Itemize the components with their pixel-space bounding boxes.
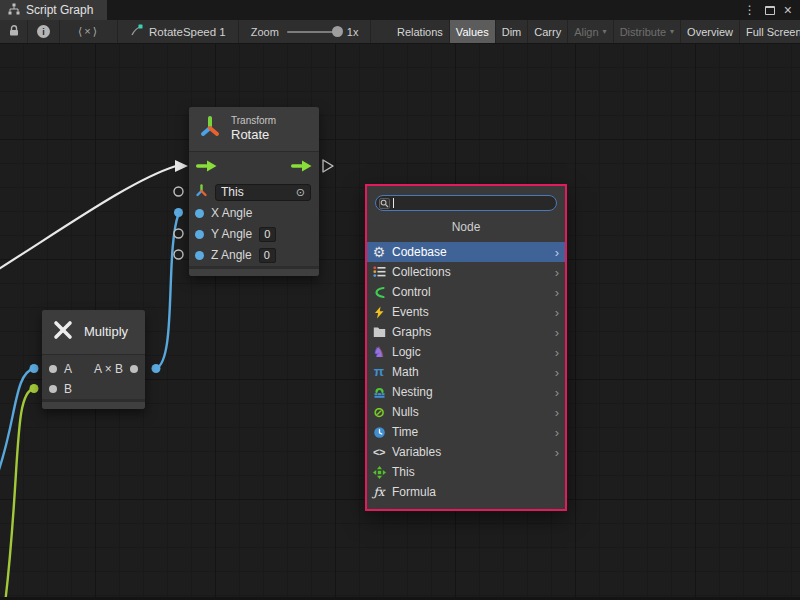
multiply-b-label: B xyxy=(64,382,72,396)
finder-item-logic[interactable]: ♞ Logic › xyxy=(367,342,565,362)
finder-item-this[interactable]: This xyxy=(367,462,565,482)
text-caret xyxy=(393,198,394,208)
item-label: Collections xyxy=(392,265,451,279)
overview-button[interactable]: Overview xyxy=(681,20,740,43)
z-angle-row: Z Angle 0 xyxy=(189,245,319,266)
finder-item-math[interactable]: π Math › xyxy=(367,362,565,382)
inspect-code-button[interactable]: ⟨×⟩ xyxy=(60,20,118,43)
zoom-slider-thumb[interactable] xyxy=(332,26,343,37)
node-footer xyxy=(42,399,145,409)
zoom-control: Zoom 1x xyxy=(239,20,372,43)
finder-item-formula[interactable]: ƒx Formula xyxy=(367,482,565,502)
formula-fx-icon: ƒx xyxy=(371,485,387,500)
kebab-menu-icon[interactable]: ⋮ xyxy=(744,4,756,16)
distribute-label: Distribute xyxy=(620,26,666,38)
dim-button[interactable]: Dim xyxy=(496,20,529,43)
chevron-down-icon: ▾ xyxy=(603,27,607,36)
chevron-right-icon: › xyxy=(555,366,559,379)
transform-rotate-header[interactable]: Transform Rotate xyxy=(189,107,319,152)
node-footer xyxy=(189,266,319,276)
clock-icon xyxy=(371,425,387,440)
multiply-header[interactable]: Multiply xyxy=(42,310,145,355)
chevron-right-icon: › xyxy=(555,406,559,419)
z-angle-input[interactable]: 0 xyxy=(259,248,276,263)
item-label: Nesting xyxy=(392,385,433,399)
relations-button[interactable]: Relations xyxy=(391,20,450,43)
transform-rotate-node[interactable]: Transform Rotate xyxy=(189,107,319,276)
finder-item-codebase[interactable]: ⚙ Codebase › xyxy=(367,242,565,262)
carry-button[interactable]: Carry xyxy=(528,20,568,43)
finder-item-control[interactable]: Control › xyxy=(367,282,565,302)
search-icon xyxy=(379,198,390,209)
flow-output-arrow-icon[interactable] xyxy=(291,158,312,176)
unity-script-graph-window: Script Graph ⋮ × i ⟨×⟩ xyxy=(0,0,800,600)
item-label: This xyxy=(392,465,415,479)
flow-port-row xyxy=(189,152,319,182)
search-box[interactable] xyxy=(375,195,557,211)
y-angle-input[interactable]: 0 xyxy=(259,227,276,242)
object-picker-icon[interactable]: ⊙ xyxy=(296,187,305,198)
list-icon xyxy=(371,265,387,280)
close-icon[interactable]: × xyxy=(784,3,792,17)
mini-transform-icon xyxy=(195,184,208,200)
finder-item-nulls[interactable]: ⊘ Nulls › xyxy=(367,402,565,422)
toolbar-right-group: Relations Values Dim Carry Align ▾ Distr… xyxy=(391,20,800,43)
chevron-right-icon: › xyxy=(555,386,559,399)
z-angle-port[interactable] xyxy=(195,251,204,260)
y-angle-port[interactable] xyxy=(195,230,204,239)
lock-icon xyxy=(8,23,20,41)
pi-icon: π xyxy=(371,365,387,380)
multiply-output-port[interactable] xyxy=(130,365,138,373)
finder-item-collections[interactable]: Collections › xyxy=(367,262,565,282)
search-input[interactable] xyxy=(397,196,553,210)
finder-item-events[interactable]: Events › xyxy=(367,302,565,322)
fullscreen-button[interactable]: Full Screen xyxy=(740,20,800,43)
chess-knight-icon: ♞ xyxy=(371,345,387,360)
graph-name: RotateSpeed 1 xyxy=(149,26,226,38)
zoom-slider-track[interactable] xyxy=(287,31,339,33)
align-label: Align xyxy=(574,26,598,38)
transform-axes-icon xyxy=(199,115,221,143)
item-label: Graphs xyxy=(392,325,431,339)
control-flow-icon xyxy=(371,285,387,300)
angle-brackets-icon: <> xyxy=(371,445,387,460)
x-angle-row: X Angle xyxy=(189,203,319,224)
finder-item-time[interactable]: Time › xyxy=(367,422,565,442)
flow-input-arrow-icon[interactable] xyxy=(196,158,217,176)
x-angle-port[interactable] xyxy=(195,209,204,218)
multiply-a-port[interactable] xyxy=(49,365,57,373)
chevron-right-icon: › xyxy=(555,446,559,459)
node-title: Multiply xyxy=(84,324,128,341)
maximize-icon[interactable] xyxy=(765,6,775,15)
finder-item-graphs[interactable]: Graphs › xyxy=(367,322,565,342)
values-button[interactable]: Values xyxy=(450,20,496,43)
multiply-icon xyxy=(52,319,74,345)
tab-script-graph[interactable]: Script Graph xyxy=(0,0,107,20)
finder-item-variables[interactable]: <> Variables › xyxy=(367,442,565,462)
distribute-dropdown: Distribute ▾ xyxy=(614,20,681,43)
multiply-a-row: A A × B xyxy=(42,359,145,379)
graph-selector-button[interactable]: RotateSpeed 1 xyxy=(118,20,239,43)
info-button[interactable]: i xyxy=(28,20,60,43)
y-angle-row: Y Angle 0 xyxy=(189,224,319,245)
zoom-value: 1x xyxy=(347,26,359,38)
lock-button[interactable] xyxy=(0,20,28,43)
info-icon: i xyxy=(37,25,50,38)
item-label: Codebase xyxy=(392,245,447,259)
toolbar-left-group: i ⟨×⟩ RotateSpeed 1 Zoom 1x xyxy=(0,20,371,43)
node-category: Transform xyxy=(231,114,276,127)
graph-toolbar: i ⟨×⟩ RotateSpeed 1 Zoom 1x xyxy=(0,20,800,44)
item-label: Formula xyxy=(392,485,436,499)
item-label: Variables xyxy=(392,445,441,459)
tab-bar: Script Graph ⋮ × xyxy=(0,0,800,20)
y-angle-label: Y Angle xyxy=(211,227,252,241)
chevron-right-icon: › xyxy=(555,246,559,259)
lightning-icon xyxy=(371,305,387,320)
this-object-dropdown[interactable]: This ⊙ xyxy=(215,184,311,201)
chevron-down-icon: ▾ xyxy=(670,27,674,36)
multiply-node[interactable]: Multiply A A × B B xyxy=(42,310,145,409)
multiply-b-port[interactable] xyxy=(49,385,57,393)
item-label: Events xyxy=(392,305,429,319)
finder-item-nesting[interactable]: Nesting › xyxy=(367,382,565,402)
chevron-right-icon: › xyxy=(555,326,559,339)
